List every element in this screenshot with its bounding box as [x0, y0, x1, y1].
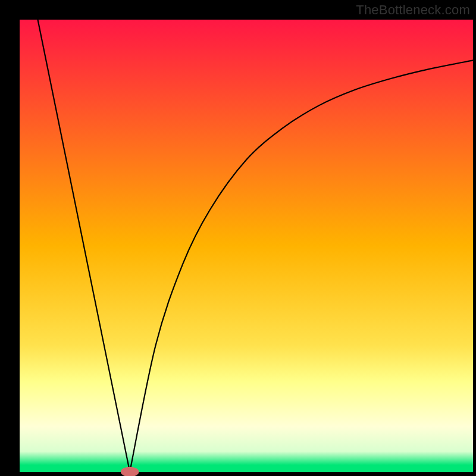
- chart-frame: TheBottleneck.com: [0, 0, 476, 476]
- plot-background-gradient: [20, 20, 473, 472]
- bottleneck-plot: [0, 0, 476, 476]
